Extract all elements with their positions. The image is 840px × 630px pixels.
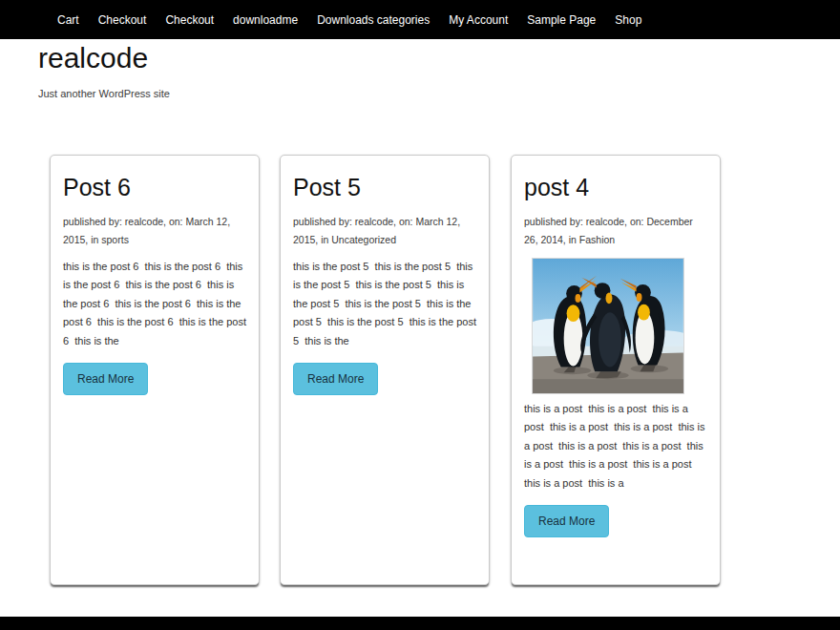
post-excerpt: this is the post 6 this is the post 6 th… bbox=[63, 258, 246, 351]
post-card-4: post 4 published by: realcode, on: Decem… bbox=[511, 155, 721, 585]
nav-item-checkout-2[interactable]: Checkout bbox=[156, 13, 223, 27]
post-meta: published by: realcode, on: March 12, 20… bbox=[293, 213, 476, 249]
post-title-link[interactable]: post 4 bbox=[524, 175, 707, 201]
nav-item-downloads-categories[interactable]: Downloads categories bbox=[307, 13, 439, 27]
read-more-button[interactable]: Read More bbox=[63, 363, 148, 395]
post-card-6: Post 6 published by: realcode, on: March… bbox=[50, 155, 260, 585]
post-meta: published by: realcode, on: December 26,… bbox=[524, 213, 707, 249]
post-card-5: Post 5 published by: realcode, on: March… bbox=[280, 155, 490, 585]
post-meta: published by: realcode, on: March 12, 20… bbox=[63, 213, 246, 249]
nav-item-my-account[interactable]: My Account bbox=[439, 13, 517, 27]
top-navbar: Cart Checkout Checkout downloadme Downlo… bbox=[0, 0, 840, 39]
nav-item-checkout-1[interactable]: Checkout bbox=[89, 13, 157, 27]
post-title-link[interactable]: Post 6 bbox=[63, 175, 246, 201]
post-excerpt: this is a post this is a post this is a … bbox=[524, 400, 707, 494]
site-title[interactable]: realcode bbox=[38, 42, 840, 74]
footer-bar bbox=[0, 617, 840, 630]
posts-row: Post 6 published by: realcode, on: March… bbox=[50, 155, 721, 585]
read-more-button[interactable]: Read More bbox=[293, 363, 378, 395]
read-more-button[interactable]: Read More bbox=[524, 505, 609, 537]
nav-item-sample-page[interactable]: Sample Page bbox=[517, 13, 605, 27]
page: Cart Checkout Checkout downloadme Downlo… bbox=[0, 0, 840, 630]
post-title-link[interactable]: Post 5 bbox=[293, 175, 476, 201]
nav-item-cart[interactable]: Cart bbox=[48, 13, 89, 27]
nav-item-downloadme[interactable]: downloadme bbox=[223, 13, 307, 27]
penguins-photo[interactable] bbox=[532, 258, 684, 394]
site-tagline: Just another WordPress site bbox=[38, 88, 840, 99]
nav-item-shop[interactable]: Shop bbox=[605, 13, 651, 27]
post-excerpt: this is the post 5 this is the post 5 th… bbox=[293, 258, 476, 351]
